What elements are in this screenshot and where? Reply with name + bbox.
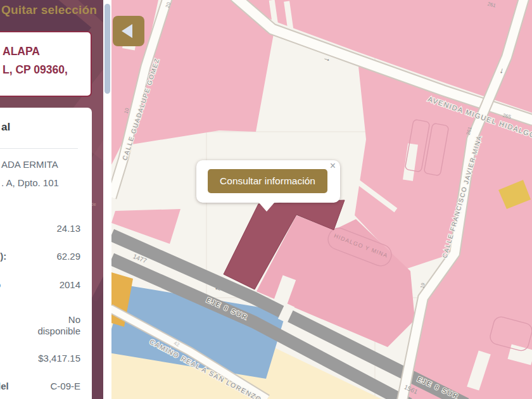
app-window: o de lla Quitar selección ALAPA L, CP 09… [0,0,532,399]
consult-info-button[interactable]: Consultar información [208,169,327,193]
info-row: No disponible [0,314,92,337]
sidebar-scrollbar[interactable] [103,0,111,399]
scrollbar-thumb[interactable] [104,4,110,94]
popup-tail [258,202,275,212]
info-row: $3,417.15 [0,353,92,364]
info-address-line-1: ADA ERMITA [1,159,58,170]
address-card: ALAPA L, CP 09360, [0,31,92,97]
divider [0,148,78,149]
info-label: 2): [0,251,6,262]
property-info-sidebar: o de lla Quitar selección ALAPA L, CP 09… [0,0,103,399]
map-canvas[interactable]: ← → → 10 20 261 261 265 1477 1561 19 42 … [111,0,532,399]
info-value: 24.13 [0,223,80,234]
info-value: C-09-E [0,381,80,392]
address-line-1: ALAPA [3,42,86,61]
close-icon[interactable]: × [330,161,336,171]
info-row: 2): 62.29 [0,251,92,262]
info-value: 2014 [0,279,80,291]
info-card-heading: al [1,121,10,134]
address-line-2: L, CP 09360, [3,61,86,79]
info-value: $3,417.15 [0,353,80,364]
info-label: o [0,279,1,290]
info-value: No disponible [33,314,80,337]
info-row: 24.13 [0,223,92,234]
info-address-line-2: . A, Dpto. 101 [1,177,59,188]
info-row: o 2014 [0,279,92,291]
info-value: 62.29 [0,251,80,262]
parcel-popup: × Consultar información [196,160,340,203]
collapse-sidebar-button[interactable] [113,16,144,46]
clear-selection-button[interactable]: Quitar selección [1,3,95,17]
chevron-left-icon [122,24,132,38]
general-info-card: al ADA ERMITA . A, Dpto. 101 24.13 2): 6… [0,108,92,399]
info-label: del [0,381,9,391]
info-row: del C-09-E [0,381,92,392]
